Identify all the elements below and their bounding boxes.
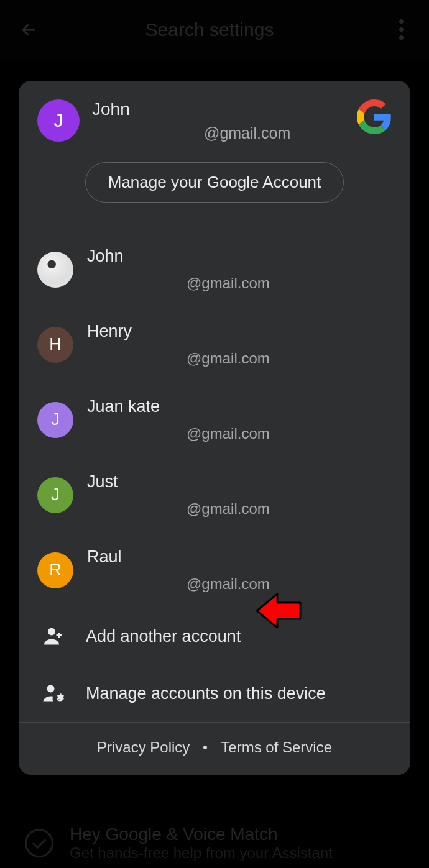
- person-add-icon: [42, 625, 65, 647]
- account-avatar: [37, 252, 73, 288]
- account-email: @gmail.com: [87, 350, 392, 367]
- account-row[interactable]: HHenry@gmail.com: [19, 307, 410, 382]
- manage-google-account-button[interactable]: Manage your Google Account: [85, 162, 344, 203]
- primary-avatar: J: [37, 99, 80, 142]
- svg-point-0: [48, 628, 55, 636]
- privacy-policy-link[interactable]: Privacy Policy: [97, 739, 190, 756]
- account-picker-dialog: J John @gmail.com Manage your Google Acc…: [19, 81, 410, 775]
- account-name: Juan kate: [87, 397, 392, 416]
- account-avatar: J: [37, 477, 73, 513]
- account-row[interactable]: John@gmail.com: [19, 232, 410, 307]
- account-name: John: [87, 247, 392, 266]
- account-email: @gmail.com: [87, 275, 392, 292]
- account-email: @gmail.com: [87, 425, 392, 442]
- account-avatar: H: [37, 327, 73, 363]
- manage-accounts-label: Manage accounts on this device: [86, 684, 326, 703]
- manage-accounts-icon: [42, 682, 65, 705]
- account-name: Just: [87, 472, 392, 491]
- account-list: John@gmail.comHHenry@gmail.comJJuan kate…: [19, 224, 410, 608]
- separator-dot: [203, 746, 207, 749]
- account-avatar: J: [37, 402, 73, 438]
- account-email: @gmail.com: [87, 575, 392, 593]
- add-another-account-row[interactable]: Add another account: [19, 608, 410, 665]
- account-row[interactable]: RRaul@gmail.com: [19, 532, 410, 608]
- manage-accounts-row[interactable]: Manage accounts on this device: [19, 665, 410, 722]
- terms-of-service-link[interactable]: Terms of Service: [221, 739, 332, 756]
- add-account-label: Add another account: [86, 627, 241, 646]
- primary-account-section[interactable]: J John @gmail.com Manage your Google Acc…: [19, 81, 410, 224]
- account-name: Henry: [87, 322, 392, 341]
- red-arrow-callout-icon: [254, 589, 303, 633]
- account-email: @gmail.com: [87, 500, 392, 518]
- account-row[interactable]: JJust@gmail.com: [19, 457, 410, 532]
- svg-point-1: [47, 685, 55, 693]
- google-logo-icon: [357, 99, 392, 134]
- primary-account-name: John: [92, 99, 344, 119]
- account-avatar: R: [37, 552, 73, 588]
- account-name: Raul: [87, 547, 392, 567]
- account-row[interactable]: JJuan kate@gmail.com: [19, 382, 410, 457]
- primary-account-email: @gmail.com: [92, 124, 344, 142]
- dialog-footer: Privacy Policy Terms of Service: [19, 722, 410, 775]
